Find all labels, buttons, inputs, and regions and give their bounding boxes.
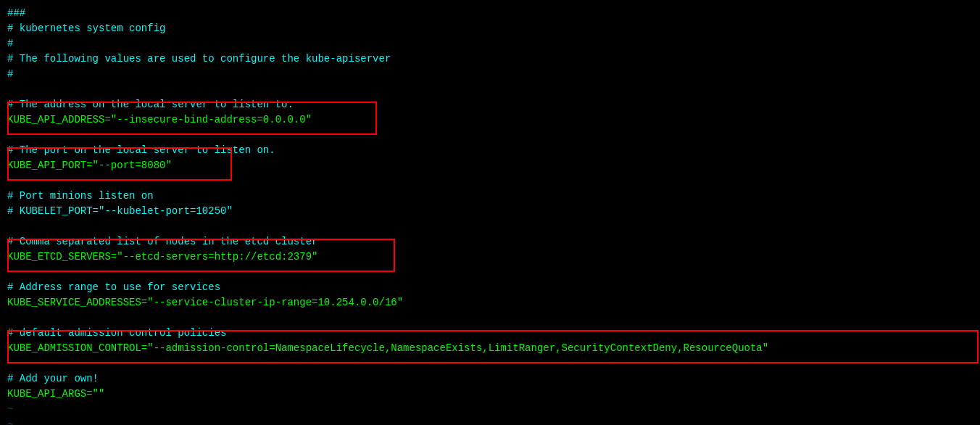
code-line-4: # The following values are used to confi…: [7, 51, 973, 67]
code-line-12: [7, 173, 973, 189]
code-line-8: KUBE_API_ADDRESS="--insecure-bind-addres…: [7, 112, 973, 128]
code-line-18: [7, 265, 973, 280]
code-line-27: ~: [7, 402, 973, 417]
code-line-20: KUBE_SERVICE_ADDRESSES="--service-cluste…: [7, 295, 973, 310]
code-line-26: KUBE_API_ARGS="": [7, 387, 973, 402]
code-line-14: # KUBELET_PORT="--kubelet-port=10250": [7, 204, 973, 219]
code-line-21: [7, 310, 973, 326]
code-line-9: [7, 128, 973, 143]
code-line-13: # Port minions listen on: [7, 189, 973, 204]
code-line-22: # default admission control policies: [7, 326, 973, 341]
code-line-2: # kubernetes system config: [7, 21, 973, 36]
code-line-25: # Add your own!: [7, 371, 973, 387]
code-editor: #### kubernetes system config## The foll…: [7, 6, 973, 425]
code-line-24: [7, 356, 973, 371]
code-line-6: [7, 82, 973, 97]
code-line-23: KUBE_ADMISSION_CONTROL="--admission-cont…: [7, 341, 973, 356]
code-line-15: [7, 219, 973, 234]
code-line-11: KUBE_API_PORT="--port=8080": [7, 158, 973, 173]
code-line-1: ###: [7, 6, 973, 21]
code-line-19: # Address range to use for services: [7, 280, 973, 295]
code-line-7: # The address on the local server to lis…: [7, 97, 973, 112]
code-line-10: # The port on the local server to listen…: [7, 143, 973, 158]
code-line-5: #: [7, 67, 973, 82]
code-line-28: ~: [7, 417, 973, 425]
code-line-3: #: [7, 36, 973, 51]
code-line-16: # Comma separated list of nodes in the e…: [7, 234, 973, 249]
code-line-17: KUBE_ETCD_SERVERS="--etcd-servers=http:/…: [7, 249, 973, 265]
